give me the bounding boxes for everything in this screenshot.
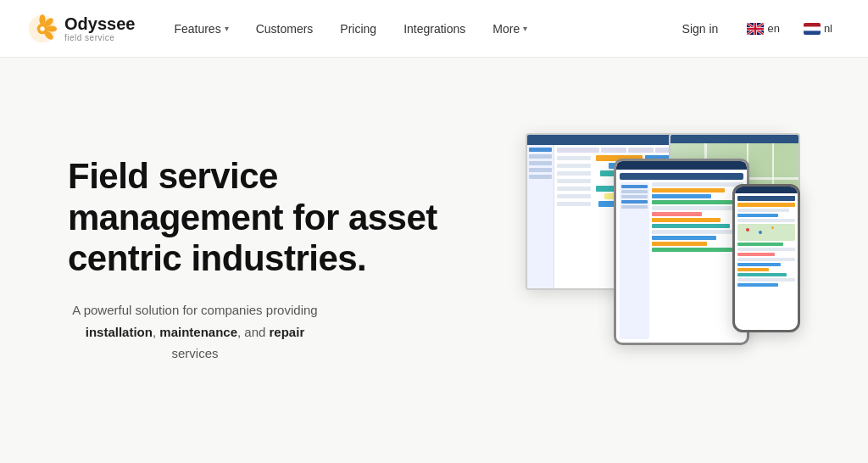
lang-nl-button[interactable]: nl	[795, 17, 841, 40]
nav-customers[interactable]: Customers	[244, 15, 326, 42]
nav-features-label: Features	[174, 22, 220, 36]
hero-subtitle-end: services	[171, 346, 218, 360]
logo[interactable]: Odyssee field service	[27, 14, 135, 44]
navbar: Odyssee field service Features ▾ Custome…	[0, 0, 868, 58]
nav-integrations-label: Integrations	[403, 22, 465, 36]
tablet-mockup	[614, 159, 749, 345]
hero-title: Field service management for asset centr…	[68, 156, 492, 279]
hero-sep2: , and	[237, 325, 270, 339]
nav-more-label: More	[492, 22, 520, 36]
nav-features[interactable]: Features ▾	[162, 15, 240, 42]
logo-text: Odyssee field service	[64, 14, 135, 42]
nav-customers-label: Customers	[256, 22, 314, 36]
nav-pricing[interactable]: Pricing	[328, 15, 388, 42]
lang-nl-label: nl	[824, 22, 832, 35]
hero-subtitle-bold2: maintenance	[159, 325, 237, 339]
hero-subtitle: A powerful solution for companies provid…	[68, 299, 322, 365]
features-chevron-icon: ▾	[225, 24, 229, 33]
hero-subtitle-plain: A powerful solution for companies provid…	[72, 303, 317, 317]
logo-main: Odyssee	[64, 14, 135, 33]
lang-en-label: en	[767, 22, 779, 35]
logo-icon	[27, 14, 58, 44]
hero-subtitle-bold1: installation	[86, 325, 153, 339]
nav-more[interactable]: More ▾	[481, 15, 539, 42]
phone-mockup	[732, 184, 800, 332]
svg-point-1	[39, 14, 45, 25]
phone-screen	[732, 184, 800, 332]
nav-integrations[interactable]: Integrations	[392, 15, 477, 42]
hero-text-area: Field service management for asset centr…	[68, 156, 492, 364]
signin-button[interactable]: Sign in	[669, 15, 732, 42]
svg-point-3	[47, 25, 58, 31]
hero-subtitle-bold3: repair	[270, 325, 305, 339]
tablet-screen	[614, 159, 749, 345]
nav-pricing-label: Pricing	[340, 22, 376, 36]
lang-en-button[interactable]: en	[738, 17, 787, 40]
svg-rect-9	[804, 26, 821, 31]
nav-right: Sign in en nl	[669, 15, 841, 42]
svg-rect-10	[804, 31, 821, 35]
nl-flag-icon	[804, 23, 821, 35]
uk-flag-icon	[747, 23, 764, 35]
nav-links: Features ▾ Customers Pricing Integration…	[162, 15, 668, 42]
svg-point-6	[40, 26, 44, 31]
hero-image-area	[526, 133, 800, 388]
svg-rect-8	[804, 23, 821, 27]
hero-section: Field service management for asset centr…	[0, 58, 868, 463]
more-chevron-icon: ▾	[523, 24, 527, 33]
logo-sub: field service	[64, 33, 135, 42]
